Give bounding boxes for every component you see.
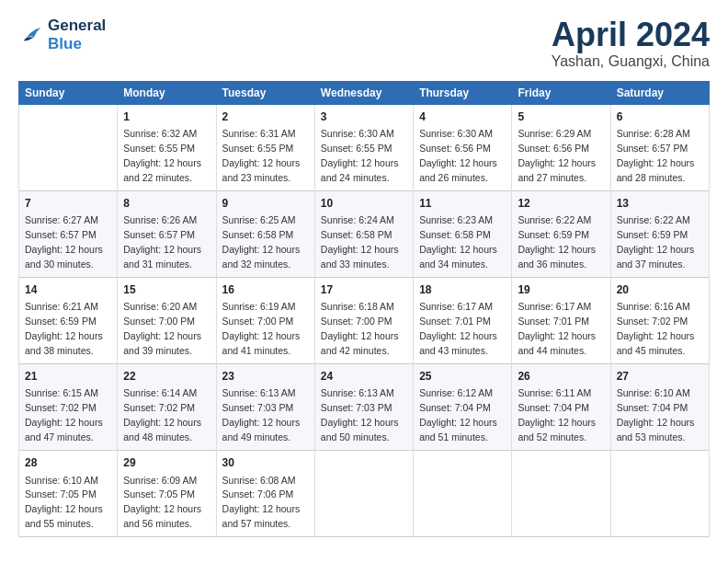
col-header-sunday: Sunday — [19, 81, 118, 104]
cell-info: Sunrise: 6:11 AMSunset: 7:04 PMDaylight:… — [518, 387, 596, 442]
col-header-tuesday: Tuesday — [216, 81, 314, 104]
day-number: 25 — [419, 369, 506, 385]
calendar-cell: 10Sunrise: 6:24 AMSunset: 6:58 PMDayligh… — [314, 190, 413, 277]
calendar-cell: 5Sunrise: 6:29 AMSunset: 6:56 PMDaylight… — [512, 104, 610, 190]
day-number: 8 — [123, 196, 210, 212]
calendar-cell: 19Sunrise: 6:17 AMSunset: 7:01 PMDayligh… — [512, 277, 610, 363]
calendar-header-row: SundayMondayTuesdayWednesdayThursdayFrid… — [19, 81, 710, 104]
week-row-4: 21Sunrise: 6:15 AMSunset: 7:02 PMDayligh… — [19, 364, 710, 451]
day-number: 1 — [123, 109, 210, 125]
day-number: 9 — [222, 196, 309, 212]
calendar-cell: 26Sunrise: 6:11 AMSunset: 7:04 PMDayligh… — [512, 364, 610, 451]
logo-text: General Blue — [48, 17, 106, 53]
page: General Blue April 2024 Yashan, Guangxi,… — [0, 0, 728, 546]
col-header-monday: Monday — [118, 81, 216, 104]
calendar-cell: 16Sunrise: 6:19 AMSunset: 7:00 PMDayligh… — [216, 277, 314, 363]
calendar-cell: 8Sunrise: 6:26 AMSunset: 6:57 PMDaylight… — [118, 190, 216, 277]
cell-info: Sunrise: 6:22 AMSunset: 6:59 PMDaylight:… — [617, 214, 695, 270]
cell-info: Sunrise: 6:18 AMSunset: 7:00 PMDaylight:… — [321, 301, 399, 356]
calendar-cell — [414, 451, 512, 537]
cell-info: Sunrise: 6:15 AMSunset: 7:02 PMDaylight:… — [25, 387, 103, 442]
calendar-cell: 1Sunrise: 6:32 AMSunset: 6:55 PMDaylight… — [118, 104, 216, 190]
day-number: 2 — [222, 109, 309, 125]
day-number: 11 — [419, 196, 506, 212]
day-number: 27 — [617, 369, 703, 385]
day-number: 16 — [222, 282, 309, 298]
day-number: 15 — [123, 282, 210, 298]
cell-info: Sunrise: 6:23 AMSunset: 6:58 PMDaylight:… — [419, 214, 497, 270]
subtitle: Yashan, Guangxi, China — [552, 53, 710, 70]
day-number: 28 — [25, 455, 111, 471]
cell-info: Sunrise: 6:10 AMSunset: 7:05 PMDaylight:… — [25, 475, 103, 530]
calendar-cell: 29Sunrise: 6:09 AMSunset: 7:05 PMDayligh… — [118, 451, 216, 537]
header: General Blue April 2024 Yashan, Guangxi,… — [18, 17, 710, 70]
main-title: April 2024 — [552, 17, 710, 53]
col-header-saturday: Saturday — [610, 81, 709, 104]
cell-info: Sunrise: 6:21 AMSunset: 6:59 PMDaylight:… — [25, 301, 103, 356]
cell-info: Sunrise: 6:09 AMSunset: 7:05 PMDaylight:… — [123, 475, 201, 530]
week-row-2: 7Sunrise: 6:27 AMSunset: 6:57 PMDaylight… — [19, 190, 710, 277]
calendar-cell: 4Sunrise: 6:30 AMSunset: 6:56 PMDaylight… — [414, 104, 512, 190]
day-number: 4 — [419, 109, 506, 125]
logo-icon — [18, 24, 44, 46]
calendar-cell — [314, 451, 413, 537]
cell-info: Sunrise: 6:13 AMSunset: 7:03 PMDaylight:… — [321, 387, 399, 442]
title-block: April 2024 Yashan, Guangxi, China — [552, 17, 710, 70]
day-number: 19 — [518, 282, 604, 298]
calendar-table: SundayMondayTuesdayWednesdayThursdayFrid… — [18, 81, 710, 538]
day-number: 20 — [617, 282, 703, 298]
cell-info: Sunrise: 6:30 AMSunset: 6:55 PMDaylight:… — [321, 128, 399, 183]
calendar-cell: 3Sunrise: 6:30 AMSunset: 6:55 PMDaylight… — [314, 104, 413, 190]
day-number: 3 — [321, 109, 407, 125]
col-header-wednesday: Wednesday — [314, 81, 413, 104]
calendar-cell: 6Sunrise: 6:28 AMSunset: 6:57 PMDaylight… — [610, 104, 709, 190]
calendar-cell: 13Sunrise: 6:22 AMSunset: 6:59 PMDayligh… — [610, 190, 709, 277]
calendar-cell: 28Sunrise: 6:10 AMSunset: 7:05 PMDayligh… — [19, 451, 118, 537]
cell-info: Sunrise: 6:19 AMSunset: 7:00 PMDaylight:… — [222, 301, 301, 356]
day-number: 5 — [518, 109, 604, 125]
day-number: 21 — [25, 369, 111, 385]
day-number: 7 — [25, 196, 111, 212]
calendar-cell: 23Sunrise: 6:13 AMSunset: 7:03 PMDayligh… — [216, 364, 314, 451]
day-number: 10 — [321, 196, 407, 212]
cell-info: Sunrise: 6:16 AMSunset: 7:02 PMDaylight:… — [617, 301, 695, 356]
calendar-cell: 18Sunrise: 6:17 AMSunset: 7:01 PMDayligh… — [414, 277, 512, 363]
day-number: 23 — [222, 369, 309, 385]
calendar-cell: 27Sunrise: 6:10 AMSunset: 7:04 PMDayligh… — [610, 364, 709, 451]
cell-info: Sunrise: 6:08 AMSunset: 7:06 PMDaylight:… — [222, 475, 301, 530]
calendar-cell: 25Sunrise: 6:12 AMSunset: 7:04 PMDayligh… — [414, 364, 512, 451]
calendar-cell: 24Sunrise: 6:13 AMSunset: 7:03 PMDayligh… — [314, 364, 413, 451]
day-number: 14 — [25, 282, 111, 298]
day-number: 17 — [321, 282, 407, 298]
week-row-5: 28Sunrise: 6:10 AMSunset: 7:05 PMDayligh… — [19, 451, 710, 537]
calendar-cell: 7Sunrise: 6:27 AMSunset: 6:57 PMDaylight… — [19, 190, 118, 277]
cell-info: Sunrise: 6:20 AMSunset: 7:00 PMDaylight:… — [123, 301, 201, 356]
day-number: 18 — [419, 282, 506, 298]
week-row-1: 1Sunrise: 6:32 AMSunset: 6:55 PMDaylight… — [19, 104, 710, 190]
day-number: 22 — [123, 369, 210, 385]
cell-info: Sunrise: 6:17 AMSunset: 7:01 PMDaylight:… — [419, 301, 497, 356]
cell-info: Sunrise: 6:32 AMSunset: 6:55 PMDaylight:… — [123, 128, 201, 183]
cell-info: Sunrise: 6:13 AMSunset: 7:03 PMDaylight:… — [222, 387, 301, 442]
calendar-cell: 9Sunrise: 6:25 AMSunset: 6:58 PMDaylight… — [216, 190, 314, 277]
cell-info: Sunrise: 6:28 AMSunset: 6:57 PMDaylight:… — [617, 128, 695, 183]
day-number: 30 — [222, 455, 309, 471]
calendar-cell: 2Sunrise: 6:31 AMSunset: 6:55 PMDaylight… — [216, 104, 314, 190]
calendar-cell: 11Sunrise: 6:23 AMSunset: 6:58 PMDayligh… — [414, 190, 512, 277]
calendar-cell: 21Sunrise: 6:15 AMSunset: 7:02 PMDayligh… — [19, 364, 118, 451]
calendar-cell — [19, 104, 118, 190]
day-number: 26 — [518, 369, 604, 385]
col-header-thursday: Thursday — [414, 81, 512, 104]
calendar-cell: 30Sunrise: 6:08 AMSunset: 7:06 PMDayligh… — [216, 451, 314, 537]
day-number: 6 — [617, 109, 703, 125]
cell-info: Sunrise: 6:14 AMSunset: 7:02 PMDaylight:… — [123, 387, 201, 442]
cell-info: Sunrise: 6:29 AMSunset: 6:56 PMDaylight:… — [518, 128, 596, 183]
calendar-cell — [610, 451, 709, 537]
cell-info: Sunrise: 6:10 AMSunset: 7:04 PMDaylight:… — [617, 387, 695, 442]
col-header-friday: Friday — [512, 81, 610, 104]
day-number: 13 — [617, 196, 703, 212]
cell-info: Sunrise: 6:31 AMSunset: 6:55 PMDaylight:… — [222, 128, 301, 183]
cell-info: Sunrise: 6:26 AMSunset: 6:57 PMDaylight:… — [123, 214, 201, 270]
day-number: 12 — [518, 196, 604, 212]
logo: General Blue — [18, 17, 106, 53]
